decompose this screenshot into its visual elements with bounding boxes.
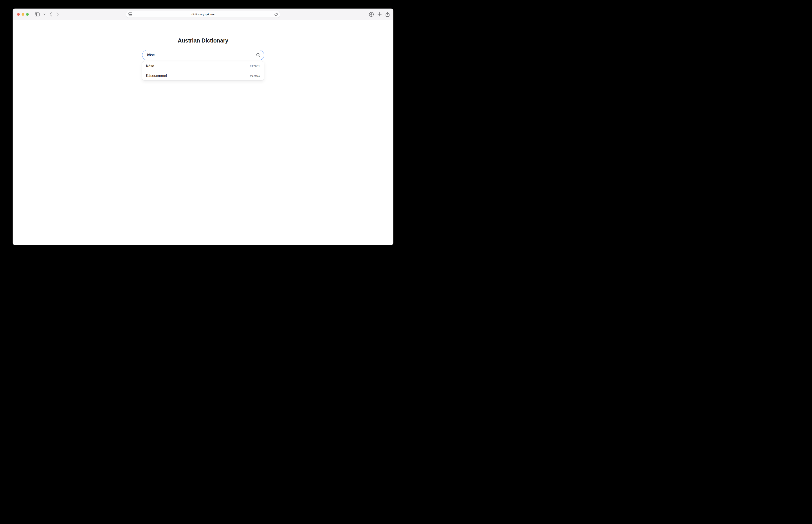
close-button[interactable] (17, 13, 20, 16)
text-caret (155, 53, 155, 58)
chevron-down-icon (43, 14, 46, 15)
page-title: Austrian Dictionary (13, 20, 393, 44)
sidebar-toggle-button[interactable] (35, 12, 39, 16)
share-icon (385, 12, 390, 17)
browser-toolbar: dictionary.qsk.me (13, 9, 393, 20)
forward-icon (56, 12, 59, 16)
page-content: Austrian Dictionary käse Käse #17901 (13, 20, 393, 245)
search-input[interactable]: käse (142, 50, 264, 60)
result-id: #17901 (250, 65, 260, 68)
result-word: Käsesemmel (146, 74, 167, 78)
reload-icon (274, 13, 278, 16)
back-icon (49, 12, 52, 16)
back-button[interactable] (49, 12, 52, 16)
downloads-icon (369, 12, 374, 17)
address-bar[interactable]: dictionary.qsk.me (126, 11, 280, 18)
minimize-button[interactable] (21, 13, 24, 16)
result-row-kaese[interactable]: Käse #17901 (142, 61, 264, 71)
result-word: Käse (146, 64, 154, 68)
result-id: #17911 (250, 74, 260, 77)
search-icon[interactable] (256, 53, 260, 58)
search-results-dropdown: Käse #17901 Käsesemmel #17911 (142, 61, 264, 81)
plus-icon (377, 12, 382, 16)
new-tab-button[interactable] (377, 12, 382, 16)
downloads-button[interactable] (369, 12, 374, 17)
forward-button[interactable] (56, 12, 59, 16)
url-text: dictionary.qsk.me (126, 13, 280, 16)
search-input-value: käse (147, 53, 155, 57)
traffic-lights (17, 13, 29, 16)
sidebar-toggle-icon (35, 12, 39, 16)
toolbar-divider (41, 12, 41, 17)
reload-button[interactable] (274, 13, 278, 16)
result-row-kaesesemmel[interactable]: Käsesemmel #17911 (142, 71, 264, 80)
share-button[interactable] (385, 12, 390, 17)
sidebar-menu-button[interactable] (43, 14, 46, 15)
zoom-button[interactable] (26, 13, 29, 16)
browser-window: dictionary.qsk.me (13, 9, 393, 245)
toolbar-right-group (369, 12, 390, 17)
